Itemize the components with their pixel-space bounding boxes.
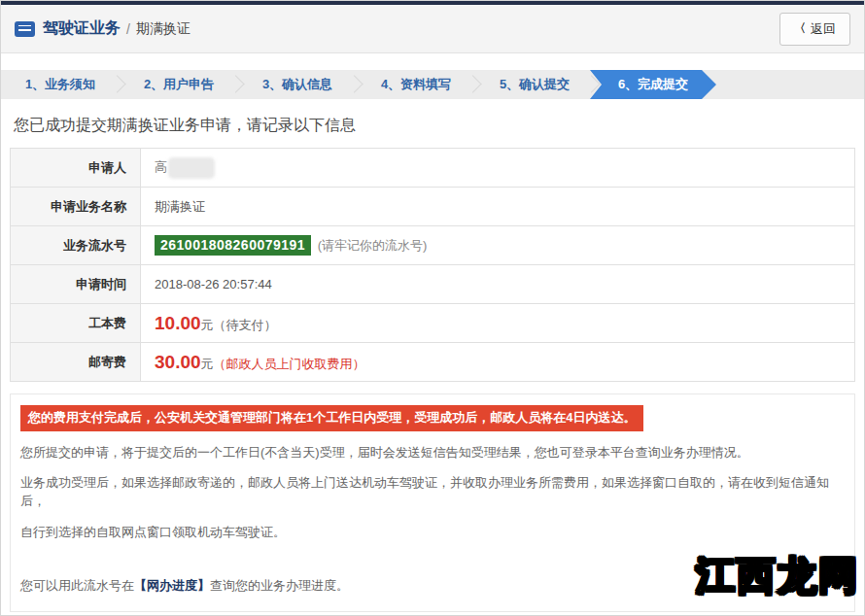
back-button-label: 返回 <box>811 20 836 38</box>
application-detail-table: 申请人 高 申请业务名称 期满换证 业务流水号 2610018082600791… <box>10 148 855 382</box>
step-6-complete-submit[interactable]: 6、完成提交 <box>590 70 716 99</box>
step-5-confirm-submit[interactable]: 5、确认提交 <box>475 70 594 99</box>
business-name-label: 申请业务名称 <box>11 188 141 226</box>
table-row-apply-time: 申请时间 2018-08-26 20:57:44 <box>11 265 855 304</box>
page: 驾驶证业务 / 期满换证 〈 返回 1、业务须知 2、用户申告 3、确认信息 4… <box>0 0 865 616</box>
applicant-label: 申请人 <box>11 149 141 188</box>
payment-warning-banner: 您的费用支付完成后，公安机关交通管理部门将在1个工作日内受理，受理成功后，邮政人… <box>20 405 643 431</box>
notice-paragraph-2: 业务成功受理后，如果选择邮政寄递的，邮政人员将上门送达机动车驾驶证，并收取办理业… <box>20 474 845 511</box>
step-4-fill-data[interactable]: 4、资料填写 <box>357 70 475 99</box>
success-message: 您已成功提交期满换证业务申请，请记录以下信息 <box>14 116 864 136</box>
online-progress-link: 【网办进度】 <box>134 578 210 593</box>
step-2-user-declaration[interactable]: 2、用户申告 <box>120 70 238 99</box>
business-name-value: 期满换证 <box>141 188 855 226</box>
serial-number-note: (请牢记你的流水号) <box>318 238 428 253</box>
step-3-confirm-info[interactable]: 3、确认信息 <box>238 70 357 99</box>
apply-time-value: 2018-08-26 20:57:44 <box>141 265 855 304</box>
redacted-name-blur <box>168 157 215 179</box>
table-row-business-name: 申请业务名称 期满换证 <box>11 188 855 226</box>
page-title: 驾驶证业务 <box>43 18 121 39</box>
table-row-production-fee: 工本费 10.00元（待支付） <box>11 304 855 343</box>
back-button[interactable]: 〈 返回 <box>779 13 850 46</box>
postage-fee-label: 邮寄费 <box>11 343 141 382</box>
list-icon <box>15 21 35 37</box>
step-progress-bar: 1、业务须知 2、用户申告 3、确认信息 4、资料填写 5、确认提交 6、完成提… <box>1 70 864 99</box>
serial-number-label: 业务流水号 <box>11 226 141 265</box>
postage-fee-note: （邮政人员上门收取费用） <box>214 357 365 371</box>
table-row-serial-number: 业务流水号 261001808260079191 (请牢记你的流水号) <box>11 226 855 265</box>
header: 驾驶证业务 / 期满换证 〈 返回 <box>1 5 864 53</box>
site-watermark: 江西龙网 <box>696 549 859 602</box>
apply-time-label: 申请时间 <box>11 265 141 304</box>
postage-fee-unit: 元 <box>201 357 214 371</box>
production-fee-label: 工本费 <box>11 304 141 343</box>
postage-fee-amount: 30.00 <box>155 352 201 372</box>
step-1-business-notice[interactable]: 1、业务须知 <box>1 70 120 99</box>
watermark-text-right: 龙网 <box>778 554 859 597</box>
breadcrumb-separator: / <box>126 21 130 37</box>
production-fee-amount: 10.00 <box>155 313 201 333</box>
table-row-postage-fee: 邮寄费 30.00元（邮政人员上门收取费用） <box>11 343 855 382</box>
table-row-applicant: 申请人 高 <box>11 149 855 188</box>
chevron-left-icon: 〈 <box>794 20 806 37</box>
notice-paragraph-1: 您所提交的申请，将于提交后的一个工作日(不含当天)受理，届时会发送短信告知受理结… <box>20 444 845 462</box>
applicant-value: 高 <box>155 159 167 174</box>
breadcrumb-current: 期满换证 <box>136 20 190 38</box>
serial-number-badge: 261001808260079191 <box>155 235 311 256</box>
production-fee-note: 元（待支付） <box>201 318 277 332</box>
notice-paragraph-3: 自行到选择的自取网点窗口领取机动车驾驶证。 <box>20 524 845 542</box>
watermark-text-left: 江西 <box>696 554 778 597</box>
